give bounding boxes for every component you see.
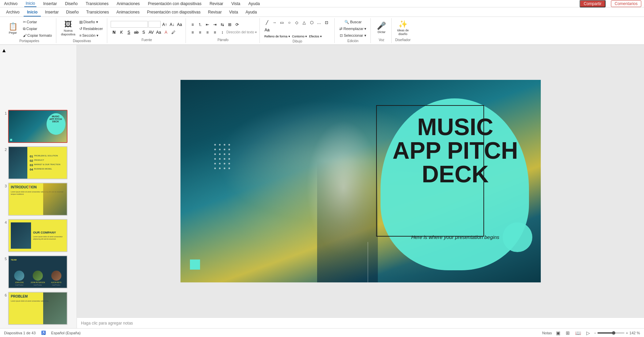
zoom-out-button[interactable]: − (594, 331, 596, 335)
indent-more-button[interactable]: ⇥ (212, 21, 218, 28)
text-dir-button[interactable]: ⇆ (219, 21, 226, 28)
case-button[interactable]: Aa (155, 29, 162, 35)
menu-animaciones[interactable]: Animaciones (115, 1, 141, 7)
zoom-level[interactable]: 142 % (629, 331, 640, 335)
new-slide-button[interactable]: 🖼 Nuevadiapositiva (60, 20, 77, 37)
align-right-button[interactable]: ≡ (204, 29, 211, 35)
slide-thumb-2[interactable]: 2 01 PROBLEM EL SOLUTION 02 PRODUCT (1, 146, 75, 180)
slide-thumb-3[interactable]: 3 INTRODUCTION Lorem ipsum dolor sit ame… (1, 182, 75, 216)
tab-transiciones[interactable]: Transiciones (83, 8, 112, 17)
organize-button[interactable]: ⊡ (323, 19, 330, 26)
menu-ayuda[interactable]: Ayuda (247, 1, 261, 7)
section-button[interactable]: ≡ Sección ▾ (78, 32, 104, 38)
outline-button[interactable]: Contorno ▾ (291, 34, 308, 39)
text-align-button[interactable]: Dirección del texto ▾ (226, 30, 257, 34)
menu-insertar[interactable]: Insertar (42, 1, 58, 7)
more-shapes-button[interactable]: … (316, 19, 323, 26)
menu-inicio[interactable]: Inicio (24, 0, 36, 7)
shape2-button[interactable]: △ (301, 19, 308, 26)
bold-button[interactable]: N (111, 29, 117, 35)
line-button[interactable]: ╱ (264, 19, 271, 26)
slideshow-button[interactable]: ▷ (585, 330, 591, 336)
tab-animaciones[interactable]: Animaciones (113, 8, 143, 17)
slide-6-thumbnail[interactable]: PROBLEM Lorem ipsum dolor sit amet conse… (8, 292, 67, 325)
reading-view-button[interactable]: 📖 (574, 330, 582, 336)
slide-4-thumbnail[interactable]: OUR COM­PA­NY Lorem ipsum dolor sit amet… (8, 219, 67, 252)
tab-diseno[interactable]: Diseño (63, 8, 82, 17)
font-size-input[interactable] (148, 21, 161, 28)
slide-thumb-5[interactable]: 5 TEAM JOHN DOE Lead Position JOHN PETER… (1, 255, 75, 289)
col-button[interactable]: ⊞ (226, 21, 233, 28)
slide-1-thumbnail[interactable]: MUSICAPP PITCHDECK (8, 110, 67, 143)
underline-button[interactable]: S (125, 29, 132, 35)
shape3-button[interactable]: ⬡ (308, 19, 315, 26)
zoom-in-button[interactable]: + (626, 331, 628, 335)
canvas-wrapper[interactable]: MUSIC APP PITCH DECK Here is where your … (77, 45, 644, 317)
cut-button[interactable]: ✂ Cortar (22, 19, 53, 25)
menu-revisar[interactable]: Revisar (208, 1, 225, 7)
shape1-button[interactable]: ◇ (293, 19, 300, 26)
font-family-input[interactable] (111, 21, 148, 28)
menu-presentacion[interactable]: Presentación con diapositivas (146, 1, 203, 7)
align-center-button[interactable]: ≡ (197, 29, 203, 35)
menu-transiciones[interactable]: Transiciones (84, 1, 110, 7)
notes-bar[interactable]: Haga clic para agregar notas (77, 317, 644, 328)
font-color-button[interactable]: A (163, 29, 169, 35)
highlight-button[interactable]: 🖊 (170, 29, 177, 35)
tab-inicio[interactable]: Inicio (24, 8, 41, 17)
slide-thumb-6[interactable]: 6 PROBLEM Lorem ipsum dolor sit amet con… (1, 291, 75, 326)
circle-button[interactable]: ○ (286, 19, 293, 26)
menu-archivo[interactable]: Archivo (3, 1, 19, 7)
tab-vista[interactable]: Vista (226, 8, 241, 17)
find-button[interactable]: 🔍 Buscar (343, 19, 363, 25)
line-spacing-button[interactable]: ↕ (219, 29, 226, 35)
effects-button[interactable]: Efectos ▾ (308, 34, 323, 39)
zoom-slider[interactable] (597, 332, 624, 334)
scroll-up-arrow[interactable]: ▲ (1, 48, 4, 107)
strikethrough-button[interactable]: ab (133, 29, 140, 35)
main-slide-canvas[interactable]: MUSIC APP PITCH DECK Here is where your … (180, 80, 541, 282)
slide-2-thumbnail[interactable]: 01 PROBLEM EL SOLUTION 02 PRODUCT 03 MAR… (8, 146, 67, 179)
arrow-button[interactable]: → (271, 19, 278, 26)
design-ideas-button[interactable]: ✨ Ideas dediseño (396, 20, 410, 37)
notes-view-button[interactable]: Notas (542, 331, 552, 335)
menu-diseno[interactable]: Diseño (64, 1, 79, 7)
clear-format-button[interactable]: Aa (176, 21, 183, 28)
copy-format-button[interactable]: 🖌 Copiar formato (22, 32, 53, 38)
slide-thumb-4[interactable]: 4 OUR COM­PA­NY Lorem ipsum dolor sit am… (1, 218, 75, 253)
menu-vista[interactable]: Vista (230, 1, 242, 7)
slide-thumb-1[interactable]: 1 MUSICAPP PITCHDECK (1, 109, 75, 144)
share-button[interactable]: Compartir (580, 0, 606, 7)
tab-presentacion[interactable]: Presentación con diapositivas (144, 8, 204, 17)
rect-button[interactable]: ▭ (279, 19, 285, 26)
tab-insertar[interactable]: Insertar (41, 8, 62, 17)
replace-button[interactable]: ⇄ Reemplazar ▾ (338, 26, 368, 32)
align-left-button[interactable]: ≡ (189, 29, 196, 35)
num-list-button[interactable]: ⒈ (197, 21, 203, 28)
fill-button[interactable]: Relleno de forma ▾ (264, 34, 291, 39)
layout-button[interactable]: ▤ Diseño ▾ (78, 19, 104, 25)
select-button[interactable]: ⊡ Seleccionar ▾ (338, 32, 368, 38)
indent-less-button[interactable]: ⇤ (204, 21, 211, 28)
slide-3-thumbnail[interactable]: INTRODUCTION Lorem ipsum dolor sit amet … (8, 183, 67, 216)
tab-ayuda[interactable]: Ayuda (242, 8, 260, 17)
comments-button[interactable]: Comentarios (611, 0, 641, 7)
spacing-button[interactable]: AV (148, 29, 155, 35)
bullet-list-button[interactable]: ≡ (189, 21, 196, 28)
reset-button[interactable]: ↺ Restablecer (78, 26, 104, 32)
dictate-button[interactable]: 🎤 Dictar (375, 20, 388, 37)
slide-5-thumbnail[interactable]: TEAM JOHN DOE Lead Position JOHN PETERSO… (8, 255, 67, 288)
tab-revisar[interactable]: Revisar (204, 8, 225, 17)
normal-view-button[interactable]: ▣ (555, 330, 562, 336)
shadow-button[interactable]: S (140, 29, 147, 35)
justify-button[interactable]: ≡ (212, 29, 218, 35)
copy-button[interactable]: ⧉ Copiar (22, 26, 53, 32)
increase-font-button[interactable]: A↑ (161, 21, 168, 28)
quick-styles-button[interactable]: Aa (264, 26, 271, 33)
italic-button[interactable]: K (118, 29, 125, 35)
tab-archivo[interactable]: Archivo (3, 8, 23, 17)
paste-button[interactable]: 📋 Pegar (5, 20, 20, 37)
slide-sorter-button[interactable]: ⊞ (564, 330, 571, 336)
decrease-font-button[interactable]: A↓ (169, 21, 175, 28)
smartart-button[interactable]: ⟳ (234, 21, 241, 28)
